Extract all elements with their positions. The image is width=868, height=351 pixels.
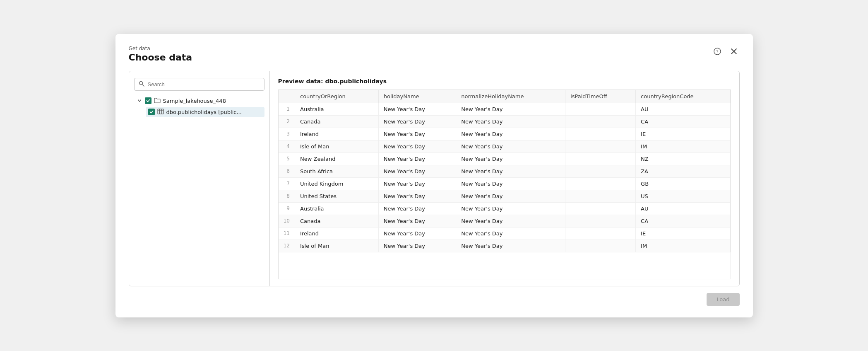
dialog-body: Sample_lakehouse_448	[129, 71, 740, 286]
cell: New Year's Day	[378, 240, 456, 252]
left-panel: Sample_lakehouse_448	[129, 71, 270, 286]
cell	[565, 140, 636, 153]
dialog-header: Get data Choose data ?	[129, 46, 740, 63]
cell: New Year's Day	[456, 190, 565, 202]
cell: New Year's Day	[456, 240, 565, 252]
cell: IM	[636, 140, 730, 153]
dialog-footer: Load	[129, 286, 740, 306]
row-index: 12	[279, 240, 295, 252]
table-row: 8United StatesNew Year's DayNew Year's D…	[279, 190, 731, 202]
cell: New Year's Day	[378, 215, 456, 227]
table-row: 1AustraliaNew Year's DayNew Year's DayAU	[279, 103, 731, 115]
dialog-title-area: Get data Choose data	[129, 46, 192, 63]
cell: Canada	[295, 115, 379, 128]
row-index: 8	[279, 190, 295, 202]
cell: New Year's Day	[456, 177, 565, 190]
cell	[565, 103, 636, 115]
col-header-normalize: normalizeHolidayName	[456, 90, 565, 103]
col-header-holiday: holidayName	[378, 90, 456, 103]
cell: New Year's Day	[456, 103, 565, 115]
col-header-country: countryOrRegion	[295, 90, 379, 103]
table-row: 4Isle of ManNew Year's DayNew Year's Day…	[279, 140, 731, 153]
row-index: 10	[279, 215, 295, 227]
cell: Canada	[295, 215, 379, 227]
cell: Ireland	[295, 128, 379, 140]
table-row: 2CanadaNew Year's DayNew Year's DayCA	[279, 115, 731, 128]
tree-child-tables: dbo.publicholidays [public...	[146, 107, 264, 117]
lakehouse-checkbox[interactable]	[145, 97, 151, 104]
cell	[565, 128, 636, 140]
cell: CA	[636, 115, 730, 128]
row-index: 7	[279, 177, 295, 190]
table-row: 11IrelandNew Year's DayNew Year's DayIE	[279, 227, 731, 240]
cell: New Year's Day	[456, 153, 565, 165]
cell: United States	[295, 190, 379, 202]
cell: New Year's Day	[378, 190, 456, 202]
cell: New Zealand	[295, 153, 379, 165]
cell	[565, 115, 636, 128]
svg-rect-6	[158, 109, 164, 114]
table-row: 10CanadaNew Year's DayNew Year's DayCA	[279, 215, 731, 227]
col-header-region-code: countryRegionCode	[636, 90, 730, 103]
preview-table: countryOrRegion holidayName normalizeHol…	[279, 90, 731, 252]
cell: AU	[636, 202, 730, 215]
table-header-row: countryOrRegion holidayName normalizeHol…	[279, 90, 731, 103]
close-button[interactable]	[728, 46, 740, 57]
lakehouse-label: Sample_lakehouse_448	[163, 98, 226, 104]
row-index: 11	[279, 227, 295, 240]
cell	[565, 190, 636, 202]
cell: ZA	[636, 165, 730, 177]
cell: IM	[636, 240, 730, 252]
chevron-down-icon	[137, 98, 142, 104]
row-index: 4	[279, 140, 295, 153]
tree-item-lakehouse[interactable]: Sample_lakehouse_448	[134, 96, 264, 106]
table-row: 9AustraliaNew Year's DayNew Year's DayAU	[279, 202, 731, 215]
data-source-tree: Sample_lakehouse_448	[134, 96, 264, 117]
cell: United Kingdom	[295, 177, 379, 190]
table-row: 7United KingdomNew Year's DayNew Year's …	[279, 177, 731, 190]
cell: IE	[636, 128, 730, 140]
cell: New Year's Day	[378, 115, 456, 128]
help-button[interactable]: ?	[712, 46, 723, 57]
cell: Isle of Man	[295, 240, 379, 252]
right-panel: Preview data: dbo.publicholidays country…	[270, 71, 739, 286]
cell	[565, 165, 636, 177]
get-data-label: Get data	[129, 46, 192, 51]
row-index: 1	[279, 103, 295, 115]
search-box[interactable]	[134, 78, 264, 91]
row-index: 5	[279, 153, 295, 165]
cell: Australia	[295, 103, 379, 115]
cell: US	[636, 190, 730, 202]
search-input[interactable]	[148, 81, 260, 87]
folder-icon	[154, 97, 161, 104]
cell: New Year's Day	[378, 128, 456, 140]
dialog-controls: ?	[712, 46, 740, 57]
cell: New Year's Day	[456, 165, 565, 177]
data-table-wrapper[interactable]: countryOrRegion holidayName normalizeHol…	[278, 90, 731, 279]
table-checkbox[interactable]	[148, 109, 155, 115]
tree-item-table[interactable]: dbo.publicholidays [public...	[146, 107, 264, 117]
cell: New Year's Day	[378, 227, 456, 240]
row-index: 9	[279, 202, 295, 215]
table-row: 5New ZealandNew Year's DayNew Year's Day…	[279, 153, 731, 165]
choose-data-dialog: Get data Choose data ?	[115, 34, 753, 317]
cell: Australia	[295, 202, 379, 215]
table-row: 6South AfricaNew Year's DayNew Year's Da…	[279, 165, 731, 177]
cell: South Africa	[295, 165, 379, 177]
table-label: dbo.publicholidays [public...	[166, 109, 242, 115]
table-row: 3IrelandNew Year's DayNew Year's DayIE	[279, 128, 731, 140]
cell: New Year's Day	[456, 227, 565, 240]
cell	[565, 215, 636, 227]
cell: New Year's Day	[456, 128, 565, 140]
page-title: Choose data	[129, 52, 192, 63]
cell	[565, 177, 636, 190]
cell	[565, 227, 636, 240]
load-button[interactable]: Load	[707, 293, 739, 306]
row-index: 3	[279, 128, 295, 140]
preview-title: Preview data: dbo.publicholidays	[278, 78, 731, 85]
cell: NZ	[636, 153, 730, 165]
cell: New Year's Day	[378, 202, 456, 215]
cell: New Year's Day	[378, 103, 456, 115]
table-row: 12Isle of ManNew Year's DayNew Year's Da…	[279, 240, 731, 252]
col-header-index	[279, 90, 295, 103]
